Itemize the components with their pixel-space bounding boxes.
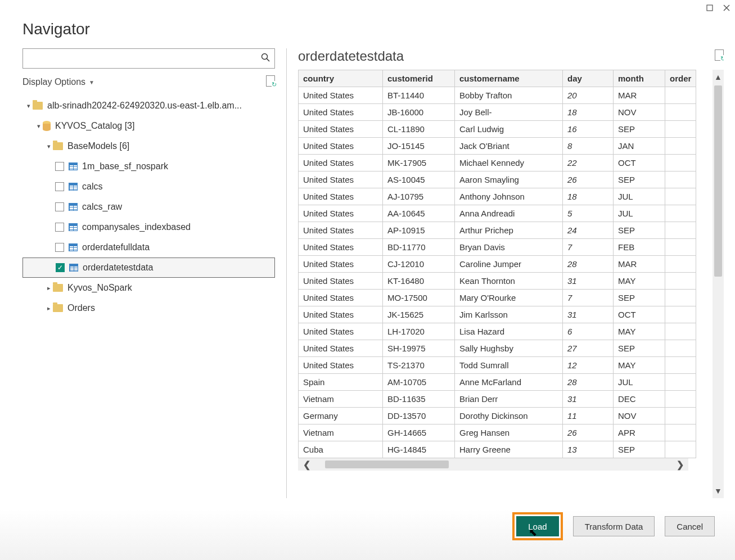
- table-cell: United States: [299, 323, 383, 340]
- tree-table-node[interactable]: ✓orderdatetestdata: [22, 258, 275, 278]
- scroll-right-icon[interactable]: ❯: [671, 458, 688, 471]
- table-cell: JK-15625: [383, 306, 455, 323]
- dialog-title: Navigator: [0, 16, 735, 48]
- table-cell: LH-17020: [383, 323, 455, 340]
- transform-data-button[interactable]: Transform Data: [573, 516, 655, 536]
- tree-table-node[interactable]: orderdatefulldata: [22, 237, 275, 258]
- tree-table-node[interactable]: calcs: [22, 177, 275, 197]
- table-row[interactable]: United StatesJK-15625Jim Karlsson31OCT: [299, 306, 696, 323]
- table-cell: HG-14845: [383, 441, 455, 458]
- checkbox[interactable]: [55, 162, 64, 171]
- table-row[interactable]: GermanyDD-13570Dorothy Dickinson11NOV: [299, 408, 696, 424]
- scroll-down-icon[interactable]: ▼: [713, 484, 724, 498]
- vertical-scrollbar[interactable]: ▲ ▼: [713, 70, 724, 498]
- tree-table-node[interactable]: 1m_base_sf_nospark: [22, 156, 275, 177]
- table-row[interactable]: United StatesBD-11770Bryan Davis7FEB: [299, 239, 696, 256]
- table-cell: SH-19975: [383, 340, 455, 357]
- table-cell: NOV: [614, 104, 665, 121]
- table-row[interactable]: United StatesKT-16480Kean Thornton31MAY: [299, 273, 696, 290]
- scroll-up-icon[interactable]: ▲: [713, 70, 724, 84]
- table-row[interactable]: United StatesTS-21370Todd Sumrall12MAY: [299, 357, 696, 374]
- load-button-highlight: Load: [512, 512, 562, 540]
- table-cell: United States: [299, 340, 383, 357]
- table-cell: MAY: [614, 323, 665, 340]
- load-button[interactable]: Load: [516, 516, 558, 536]
- refresh-tree-icon[interactable]: [266, 75, 275, 89]
- table-row[interactable]: United StatesLH-17020Lisa Hazard6MAY: [299, 323, 696, 340]
- table-cell: 26: [563, 424, 614, 441]
- table-row[interactable]: United StatesCL-11890Carl Ludwig16SEP: [299, 121, 696, 138]
- checkbox[interactable]: ✓: [56, 263, 65, 272]
- refresh-preview-icon[interactable]: [715, 49, 724, 64]
- cancel-button[interactable]: Cancel: [665, 516, 715, 536]
- checkbox[interactable]: [55, 202, 64, 211]
- table-row[interactable]: United StatesMK-17905Michael Kennedy22OC…: [299, 155, 696, 171]
- table-cell: [665, 306, 696, 323]
- tree-table-node[interactable]: companysales_indexbased: [22, 217, 275, 237]
- table-row[interactable]: United StatesJO-15145Jack O'Briant8JAN: [299, 138, 696, 155]
- tree-kyvos-nospark-node[interactable]: ▸ Kyvos_NoSpark: [22, 278, 275, 298]
- table-cell: [665, 121, 696, 138]
- maximize-icon[interactable]: [706, 4, 714, 12]
- table-cell: CJ-12010: [383, 256, 455, 273]
- table-cell: MAR: [614, 256, 665, 273]
- table-cell: [665, 87, 696, 104]
- tree-basemodels-node[interactable]: ▾ BaseModels [6]: [22, 136, 275, 156]
- table-cell: [665, 408, 696, 424]
- table-cell: Arthur Prichep: [455, 222, 563, 239]
- column-header-order[interactable]: order: [665, 70, 696, 87]
- table-cell: MAY: [614, 357, 665, 374]
- table-row[interactable]: VietnamGH-14665Greg Hansen26APR: [299, 424, 696, 441]
- horizontal-scrollbar[interactable]: ❮ ❯: [298, 458, 688, 471]
- column-header-country[interactable]: country: [299, 70, 383, 87]
- table-cell: [665, 171, 696, 188]
- scrollbar-thumb[interactable]: [325, 460, 449, 468]
- scroll-left-icon[interactable]: ❮: [298, 458, 315, 471]
- close-icon[interactable]: [723, 4, 731, 12]
- svg-line-4: [267, 58, 269, 61]
- column-header-day[interactable]: day: [563, 70, 614, 87]
- column-header-customername[interactable]: customername: [455, 70, 563, 87]
- search-input[interactable]: [28, 54, 261, 64]
- table-row[interactable]: United StatesCJ-12010Caroline Jumper28MA…: [299, 256, 696, 273]
- tree-table-node[interactable]: calcs_raw: [22, 197, 275, 217]
- table-icon: [69, 223, 78, 231]
- column-header-month[interactable]: month: [614, 70, 665, 87]
- table-row[interactable]: United StatesAJ-10795Anthony Johnson18JU…: [299, 188, 696, 205]
- table-cell: SEP: [614, 290, 665, 306]
- table-cell: Todd Sumrall: [455, 357, 563, 374]
- table-row[interactable]: United StatesSH-19975Sally Hughsby27SEP: [299, 340, 696, 357]
- table-cell: Mary O'Rourke: [455, 290, 563, 306]
- table-row[interactable]: United StatesBT-11440Bobby Trafton20MAR: [299, 87, 696, 104]
- table-row[interactable]: United StatesAP-10915Arthur Prichep24SEP: [299, 222, 696, 239]
- table-icon: [69, 203, 78, 211]
- tree-root-node[interactable]: ▾ alb-srinadh20242-624920320.us-east-1.e…: [22, 96, 275, 116]
- table-row[interactable]: SpainAM-10705Anne McFarland28JUL: [299, 374, 696, 391]
- table-row[interactable]: United StatesAA-10645Anna Andreadi5JUL: [299, 205, 696, 222]
- checkbox[interactable]: [55, 243, 64, 252]
- table-cell: SEP: [614, 171, 665, 188]
- tree-node-label: BaseModels: [67, 141, 117, 151]
- column-header-customerid[interactable]: customerid: [383, 70, 455, 87]
- table-row[interactable]: VietnamBD-11635Brian Derr31DEC: [299, 391, 696, 408]
- table-cell: SEP: [614, 441, 665, 458]
- search-input-wrapper[interactable]: [22, 48, 275, 69]
- table-row[interactable]: CubaHG-14845Harry Greene13SEP: [299, 441, 696, 458]
- scrollbar-thumb[interactable]: [714, 85, 722, 277]
- checkbox[interactable]: [55, 223, 64, 232]
- dialog-footer: Load Transform Data Cancel: [0, 509, 735, 560]
- table-row[interactable]: United StatesAS-10045Aaron Smayling26SEP: [299, 171, 696, 188]
- tree-orders-node[interactable]: ▸ Orders: [22, 298, 275, 318]
- table-cell: SEP: [614, 222, 665, 239]
- display-options-dropdown[interactable]: Display Options ▼: [22, 77, 94, 87]
- table-cell: 7: [563, 239, 614, 256]
- checkbox[interactable]: [55, 182, 64, 191]
- search-icon[interactable]: [261, 53, 270, 64]
- table-row[interactable]: United StatesJB-16000Joy Bell-18NOV: [299, 104, 696, 121]
- table-cell: [665, 391, 696, 408]
- table-cell: Sally Hughsby: [455, 340, 563, 357]
- tree-catalog-node[interactable]: ▾ KYVOS_Catalog [3]: [22, 116, 275, 136]
- table-row[interactable]: United StatesMO-17500Mary O'Rourke7SEP: [299, 290, 696, 306]
- table-cell: BD-11770: [383, 239, 455, 256]
- table-cell: Cuba: [299, 441, 383, 458]
